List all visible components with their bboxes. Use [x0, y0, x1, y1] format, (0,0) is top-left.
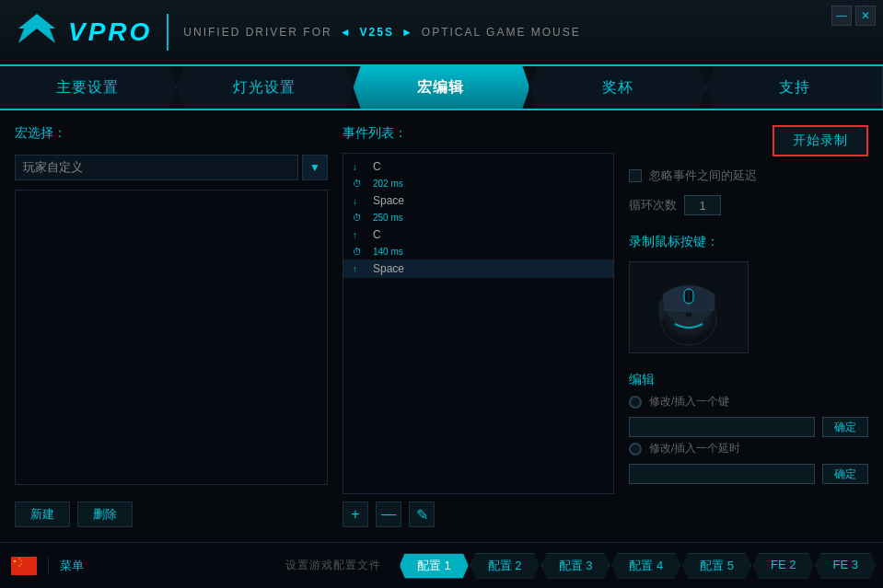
modify-delay-row: 修改/插入一个延时: [629, 441, 868, 456]
list-item: ⏱ 250 ms: [343, 210, 613, 225]
tab-bar: 主要设置 灯光设置 宏编辑 奖杯 支持: [0, 66, 883, 110]
timer-icon: ⏱: [353, 213, 366, 223]
ignore-delay-label: 忽略事件之间的延迟: [649, 167, 757, 184]
svg-rect-7: [11, 557, 37, 575]
list-item: ↑ Space: [343, 259, 613, 278]
left-panel: 宏选择： 玩家自定义 ▼ 新建 删除: [15, 125, 328, 527]
start-record-button[interactable]: 开始录制: [773, 125, 868, 156]
macro-buttons: 新建 删除: [15, 502, 328, 527]
dropdown-row: 玩家自定义 ▼: [15, 155, 328, 180]
key-input[interactable]: [629, 417, 815, 437]
macro-list: [15, 190, 328, 485]
key-up-icon: ↑: [353, 230, 366, 240]
header-subtitle: UNIFIED DRIVER FOR ◄ V25S ► OPTICAL GAME…: [183, 26, 580, 39]
modify-key-radio[interactable]: [629, 396, 642, 409]
timer-icon: ⏱: [353, 247, 366, 257]
delay-input[interactable]: [629, 464, 815, 484]
event-key: Space: [373, 194, 404, 207]
mouse-image: [629, 261, 749, 353]
tab-awards[interactable]: 奖杯: [529, 66, 706, 109]
settings-label: 设置游戏配置文件: [274, 558, 392, 573]
middle-panel: 事件列表： ↓ C ⏱ 202 ms ↓ Space ⏱ 250 ms ↑ C: [343, 125, 614, 527]
event-time: 140 ms: [373, 247, 403, 257]
confirm-delay-button[interactable]: 确定: [822, 464, 868, 484]
modify-key-label: 修改/插入一个键: [649, 394, 729, 409]
edit-event-button[interactable]: ✎: [409, 502, 435, 527]
ignore-delay-row: 忽略事件之间的延迟: [629, 167, 868, 184]
event-time: 202 ms: [373, 179, 403, 189]
logo-area: VPRO: [15, 10, 152, 54]
event-time: 250 ms: [373, 213, 403, 223]
event-key: C: [373, 228, 381, 241]
logo-icon: [15, 10, 59, 54]
event-toolbar: + — ✎: [343, 502, 614, 527]
ignore-delay-checkbox[interactable]: [629, 169, 642, 182]
svg-marker-0: [18, 14, 55, 43]
list-item: ↓ C: [343, 157, 613, 176]
modify-key-input-row: 确定: [629, 417, 868, 437]
model-name: V25S: [360, 26, 394, 39]
modify-delay-label: 修改/插入一个延时: [649, 441, 740, 456]
header: VPRO UNIFIED DRIVER FOR ◄ V25S ► OPTICAL…: [0, 0, 883, 66]
modify-delay-radio[interactable]: [629, 443, 642, 455]
tab-light-settings[interactable]: 灯光设置: [177, 66, 354, 109]
menu-label[interactable]: 菜单: [49, 558, 95, 574]
mouse-section-label: 录制鼠标按键：: [629, 234, 868, 250]
add-event-button[interactable]: +: [343, 502, 368, 527]
svg-point-6: [685, 312, 692, 317]
main-content: 宏选择： 玩家自定义 ▼ 新建 删除 事件列表： ↓ C ⏱ 202 ms ↓: [0, 110, 883, 542]
profile-tab-fe2[interactable]: FE 2: [753, 553, 813, 579]
event-key: C: [373, 160, 381, 173]
china-flag-icon: [11, 557, 37, 575]
macro-select-label: 宏选择：: [15, 125, 328, 142]
subtitle-post: OPTICAL GAME MOUSE: [422, 26, 581, 39]
profile-tab-fe3[interactable]: FE 3: [816, 553, 876, 579]
key-down-icon: ↓: [353, 196, 366, 206]
modify-key-row: 修改/插入一个键: [629, 394, 868, 409]
event-list: ↓ C ⏱ 202 ms ↓ Space ⏱ 250 ms ↑ C ⏱ 140 …: [343, 153, 614, 494]
dropdown-arrow-button[interactable]: ▼: [302, 155, 328, 180]
profile-tab-3[interactable]: 配置 3: [541, 553, 610, 579]
right-panel: 开始录制 忽略事件之间的延迟 循环次数 录制鼠标按键：: [629, 125, 868, 527]
edit-section: 编辑 修改/插入一个键 确定 修改/插入一个延时 确定: [629, 372, 868, 488]
profile-tab-2[interactable]: 配置 2: [471, 553, 540, 579]
list-item: ⏱ 140 ms: [343, 244, 613, 259]
close-button[interactable]: ✕: [855, 6, 876, 26]
tab-macro-editor[interactable]: 宏编辑: [354, 66, 530, 109]
dropdown-value: 玩家自定义: [23, 159, 83, 176]
profile-tab-5[interactable]: 配置 5: [682, 553, 751, 579]
title-bar: — ✕: [824, 0, 883, 31]
edit-section-label: 编辑: [629, 372, 868, 388]
confirm-key-button[interactable]: 确定: [822, 417, 868, 437]
brand-name: VPRO: [68, 17, 152, 47]
list-item: ↓ Space: [343, 191, 613, 210]
event-key: Space: [373, 262, 404, 275]
modify-delay-input-row: 确定: [629, 464, 868, 484]
list-item: ⏱ 202 ms: [343, 176, 613, 191]
event-list-label: 事件列表：: [343, 125, 614, 142]
loop-label: 循环次数: [629, 197, 677, 213]
timer-icon: ⏱: [353, 179, 366, 189]
subtitle-pre: UNIFIED DRIVER FOR: [183, 26, 331, 39]
mouse-svg: [643, 269, 735, 347]
delete-macro-button[interactable]: 删除: [77, 502, 133, 527]
tab-support[interactable]: 支持: [706, 66, 883, 109]
loop-count-input[interactable]: [684, 195, 721, 215]
key-up-icon: ↑: [353, 264, 366, 274]
next-model-button[interactable]: ►: [401, 26, 414, 39]
profile-tabs: 配置 1 配置 2 配置 3 配置 4 配置 5 FE 2 FE 3: [392, 553, 883, 579]
header-divider: [167, 14, 168, 51]
tab-main-settings[interactable]: 主要设置: [0, 66, 177, 109]
profile-tab-1[interactable]: 配置 1: [400, 553, 469, 579]
macro-dropdown[interactable]: 玩家自定义: [15, 155, 298, 180]
list-item: ↑ C: [343, 225, 613, 244]
svg-rect-5: [659, 301, 664, 319]
prev-model-button[interactable]: ◄: [340, 26, 353, 39]
bottom-bar: 菜单 设置游戏配置文件 配置 1 配置 2 配置 3 配置 4 配置 5 FE …: [0, 542, 883, 588]
key-down-icon: ↓: [353, 162, 366, 172]
new-macro-button[interactable]: 新建: [15, 502, 70, 527]
minimize-button[interactable]: —: [831, 6, 852, 26]
remove-event-button[interactable]: —: [376, 502, 401, 527]
flag-area: [0, 557, 49, 575]
profile-tab-4[interactable]: 配置 4: [611, 553, 680, 579]
